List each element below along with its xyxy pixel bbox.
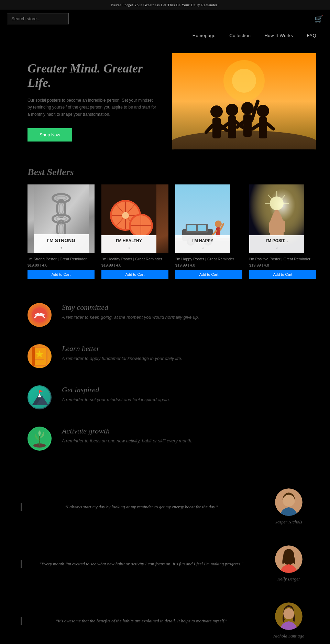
inspired-icon xyxy=(28,385,52,409)
products-grid: I'M STRONG ⚜ I'm Strong Poster | Great R… xyxy=(0,181,330,289)
product-price-happy: $19.99 | 4.8 xyxy=(175,263,242,267)
feature-inspired: Get inspired A reminder to set your mind… xyxy=(28,385,302,409)
svg-point-16 xyxy=(257,105,269,117)
svg-rect-71 xyxy=(282,221,285,233)
chains-svg: I'M STRONG ⚜ xyxy=(34,184,89,253)
svg-rect-87 xyxy=(35,361,42,361)
book-svg xyxy=(30,345,49,368)
svg-text:⚜: ⚜ xyxy=(60,247,62,250)
nav-how-it-works[interactable]: How It Works xyxy=(264,33,293,38)
add-to-cart-happy[interactable]: Add to Cart xyxy=(175,270,242,279)
feature-content-learn: Learn better A reminder to apply fundame… xyxy=(62,344,182,361)
svg-point-2 xyxy=(232,69,256,93)
svg-rect-78 xyxy=(249,235,304,253)
fruit-svg: I'M HEALTHY ⚜ xyxy=(101,184,156,253)
product-title-strong: I'm Strong Poster | Great Reminder xyxy=(28,257,95,262)
product-card-healthy: I'M HEALTHY ⚜ I'm Healthy Poster | Great… xyxy=(101,184,168,279)
svg-text:⚜: ⚜ xyxy=(276,247,278,250)
feature-growth: Activate growth A reminder to focus on o… xyxy=(28,427,302,451)
product-card-happy: I'M HAPPY ⚜ I'm Happy Poster | Great Rem… xyxy=(175,184,242,279)
svg-rect-53 xyxy=(187,225,196,231)
hero-image xyxy=(172,53,316,149)
testimonial-name-1: Jasper Nichols xyxy=(275,519,302,525)
testimonials-section: "I always start my day by looking at my … xyxy=(0,475,330,644)
feature-title-inspired: Get inspired xyxy=(62,385,170,394)
growth-icon xyxy=(28,427,52,451)
feature-title-growth: Activate growth xyxy=(62,427,192,436)
add-to-cart-healthy[interactable]: Add to Cart xyxy=(101,270,168,279)
hero-section: Greater Mind. Greater Life. Our social p… xyxy=(0,43,330,160)
cart-icon[interactable]: 🛒 xyxy=(315,15,323,23)
product-card-strong: I'M STRONG ⚜ I'm Strong Poster | Great R… xyxy=(28,184,95,279)
features-section: Stay committed A reminder to keep going,… xyxy=(0,289,330,475)
positive-svg: I'M POSIT... ⚜ xyxy=(249,184,304,253)
hero-description: Our social posters to become an incredib… xyxy=(28,97,158,118)
main-nav: Homepage Collection How It Works FAQ xyxy=(0,28,330,43)
svg-rect-9 xyxy=(228,116,236,138)
svg-text:⚜: ⚜ xyxy=(202,247,204,250)
svg-rect-68 xyxy=(269,222,273,234)
feature-desc-growth: A reminder to focus on one new activity,… xyxy=(62,438,192,443)
announcement-bar: Never Forget Your Greatness Let This Be … xyxy=(0,0,330,10)
svg-rect-17 xyxy=(259,117,267,138)
svg-rect-13 xyxy=(243,114,252,137)
svg-text:I'M POSIT...: I'M POSIT... xyxy=(266,238,288,243)
testimonial-avatar-3 xyxy=(275,602,302,630)
testimonial-avatar-1 xyxy=(275,488,302,516)
product-title-happy: I'm Happy Poster | Great Reminder xyxy=(175,257,242,262)
feature-committed: Stay committed A reminder to keep going,… xyxy=(28,303,302,327)
avatar-svg-1 xyxy=(275,488,302,516)
feature-desc-inspired: A reminder to set your mindset and feel … xyxy=(62,397,170,402)
svg-point-72 xyxy=(270,196,284,210)
svg-rect-70 xyxy=(277,219,281,233)
svg-text:I'M STRONG: I'M STRONG xyxy=(47,238,75,243)
feature-desc-learn: A reminder to apply fundamental knowledg… xyxy=(62,356,182,361)
product-image-healthy: I'M HEALTHY ⚜ xyxy=(101,184,168,253)
product-title-healthy: I'm Healthy Poster | Great Reminder xyxy=(101,257,168,262)
product-price-strong: $19.99 | 4.8 xyxy=(28,263,95,267)
svg-point-59 xyxy=(215,221,222,227)
learn-icon xyxy=(28,344,52,368)
testimonial-right-2: Kelly Berger xyxy=(268,545,309,582)
svg-point-4 xyxy=(210,105,223,118)
product-card-positive: I'M POSIT... ⚜ I'm Positive Poster | Gre… xyxy=(249,184,316,279)
feature-learn: Learn better A reminder to apply fundame… xyxy=(28,344,302,368)
nav-homepage[interactable]: Homepage xyxy=(192,33,216,38)
testimonial-name-2: Kelly Berger xyxy=(277,576,300,582)
search-input[interactable] xyxy=(7,13,69,24)
svg-rect-45 xyxy=(101,235,156,253)
testimonial-name-3: Nichola Santiago xyxy=(273,633,305,639)
feature-desc-committed: A reminder to keep going, at the moment … xyxy=(62,315,199,320)
shop-now-button[interactable]: Shop Now xyxy=(28,128,72,142)
product-price-positive: $19.99 | 4.8 xyxy=(249,263,316,267)
announcement-text: Never Forget Your Greatness Let This Be … xyxy=(111,3,219,7)
svg-rect-5 xyxy=(212,118,221,138)
plant-svg xyxy=(29,428,51,450)
svg-point-8 xyxy=(226,104,238,116)
nav-faq[interactable]: FAQ xyxy=(307,33,316,38)
committed-icon xyxy=(28,303,52,327)
svg-rect-29 xyxy=(34,234,89,253)
svg-text:I'M HEALTHY: I'M HEALTHY xyxy=(116,238,142,243)
feature-title-committed: Stay committed xyxy=(62,303,199,312)
testimonial-row-3: "It's awesome that the benefits of the h… xyxy=(21,602,309,639)
feature-title-learn: Learn better xyxy=(62,344,182,353)
nav-collection[interactable]: Collection xyxy=(229,33,251,38)
product-image-happy: I'M HAPPY ⚜ xyxy=(175,184,242,253)
svg-text:⚜: ⚜ xyxy=(128,247,130,250)
mountain-svg xyxy=(29,386,51,409)
avatar-svg-3 xyxy=(275,602,302,630)
feature-content-committed: Stay committed A reminder to keep going,… xyxy=(62,303,199,320)
product-image-positive: I'M POSIT... ⚜ xyxy=(249,184,316,253)
add-to-cart-strong[interactable]: Add to Cart xyxy=(28,270,95,279)
svg-point-102 xyxy=(283,608,294,619)
happy-svg: I'M HAPPY ⚜ xyxy=(175,184,230,253)
testimonial-avatar-2 xyxy=(275,545,302,573)
svg-rect-54 xyxy=(198,225,206,231)
header: 🛒 xyxy=(0,10,330,28)
product-image-strong: I'M STRONG ⚜ xyxy=(28,184,95,253)
testimonial-quote-2: "Every month I'm excited to see what new… xyxy=(29,560,254,568)
feature-content-inspired: Get inspired A reminder to set your mind… xyxy=(62,385,170,402)
add-to-cart-positive[interactable]: Add to Cart xyxy=(249,270,316,279)
hero-title: Greater Mind. Greater Life. xyxy=(28,61,158,90)
